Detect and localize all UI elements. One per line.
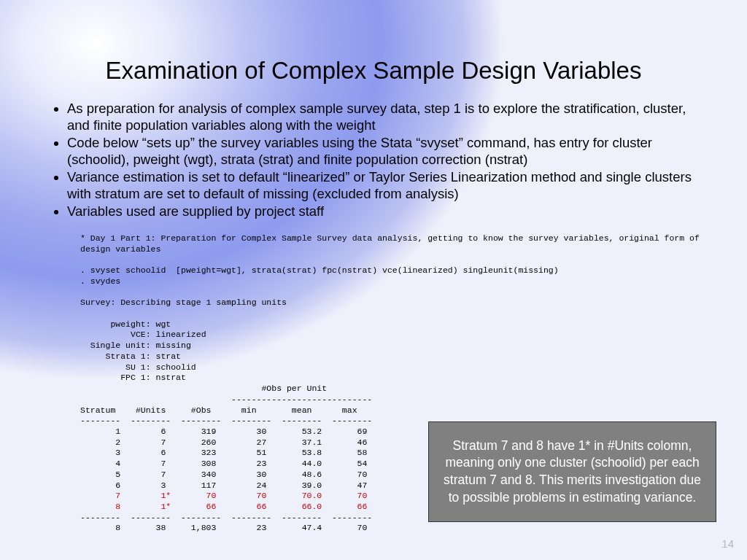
code-table-row: 4 7 308 23 44.0 54 [80, 459, 367, 468]
code-table-row: 6 3 117 24 39.0 47 [80, 481, 367, 490]
code-table-row: 1 6 319 30 53.2 69 [80, 427, 367, 436]
bullet-item: As preparation for analysis of complex s… [67, 101, 703, 133]
code-table-row-flagged: 7 1* 70 70 70.0 70 [80, 491, 367, 500]
code-table-row: 3 6 323 51 53.8 58 [80, 448, 367, 457]
code-obs-header: #Obs per Unit --------------------------… [80, 384, 372, 404]
callout-text: Stratum 7 and 8 have 1* in #Units colomn… [442, 438, 703, 507]
code-dash-row: -------- -------- -------- -------- ----… [80, 513, 372, 522]
code-svydes-cmd: . svydes [80, 276, 120, 286]
code-dash-row: -------- -------- -------- -------- ----… [80, 416, 372, 425]
callout-box: Stratum 7 and 8 have 1* in #Units colomn… [428, 421, 716, 522]
bullet-item: Variables used are supplied by project s… [67, 203, 703, 220]
code-svyset-cmd: . svyset schoolid [pweight=wgt], strata(… [80, 265, 559, 275]
code-table-header: Stratum #Units #Obs min mean max [80, 405, 357, 415]
bullet-item: Code below “sets up” the survey variable… [67, 135, 703, 168]
bullet-list: As preparation for analysis of complex s… [48, 101, 703, 222]
page-number: 14 [721, 537, 734, 550]
code-settings: pweight: wgt VCE: linearized Single unit… [80, 319, 206, 383]
code-comment: * Day 1 Part 1: Preparation for Complex … [80, 233, 700, 254]
code-table-row: 5 7 340 30 48.6 70 [80, 470, 367, 479]
code-survey-heading: Survey: Describing stage 1 sampling unit… [80, 298, 287, 307]
slide-title: Examination of Complex Sample Design Var… [0, 57, 747, 85]
slide: Examination of Complex Sample Design Var… [0, 0, 747, 560]
code-table-total: 8 38 1,803 23 47.4 70 [80, 523, 367, 532]
code-table-row: 2 7 260 27 37.1 46 [80, 438, 367, 447]
bullet-item: Variance estimation is set to default “l… [67, 169, 703, 202]
code-table-row-flagged: 8 1* 66 66 66.0 66 [80, 502, 367, 511]
